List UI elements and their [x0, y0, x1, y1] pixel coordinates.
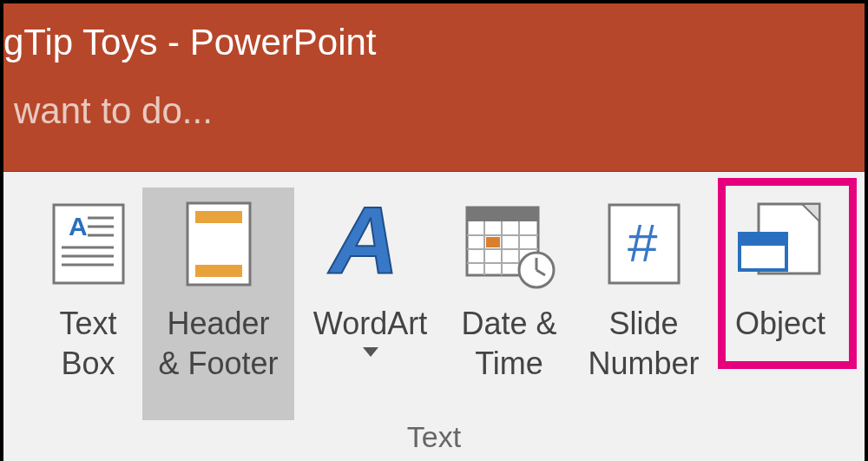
- text-box-label: Text Box: [59, 304, 116, 384]
- text-box-button[interactable]: A Text Box: [34, 188, 142, 420]
- ribbon-text-group: A Text Box: [3, 172, 865, 461]
- svg-rect-9: [195, 211, 242, 223]
- svg-text:#: #: [628, 213, 658, 273]
- object-label: Object: [735, 304, 825, 384]
- header-footer-label: Header & Footer: [158, 304, 278, 384]
- window-frame: gTip Toys - PowerPoint want to do... A: [0, 0, 868, 461]
- wordart-label: WordArt: [313, 304, 427, 357]
- text-box-icon: A: [51, 188, 126, 300]
- ribbon-row: A Text Box: [3, 172, 865, 420]
- wordart-icon: A A: [323, 188, 418, 300]
- date-time-label: Date & Time: [461, 304, 556, 384]
- slide-number-icon: #: [605, 188, 683, 300]
- tell-me-bar[interactable]: want to do...: [3, 82, 865, 172]
- header-footer-button[interactable]: Header & Footer: [142, 188, 294, 420]
- svg-rect-10: [195, 265, 242, 277]
- date-time-button[interactable]: Date & Time: [446, 188, 572, 420]
- tell-me-placeholder: want to do...: [14, 90, 213, 132]
- date-time-icon: [462, 188, 557, 300]
- svg-text:A: A: [327, 196, 398, 292]
- svg-rect-21: [486, 237, 500, 247]
- svg-rect-30: [740, 234, 786, 246]
- object-button[interactable]: Object: [715, 188, 845, 420]
- svg-rect-14: [467, 207, 538, 221]
- wordart-button[interactable]: A A WordArt: [294, 188, 446, 420]
- slide-number-button[interactable]: # Slide Number: [572, 188, 715, 420]
- slide-number-label: Slide Number: [588, 304, 699, 384]
- object-icon: [733, 188, 828, 300]
- dropdown-caret-icon: [363, 347, 378, 357]
- title-bar: gTip Toys - PowerPoint: [3, 3, 865, 82]
- ribbon-group-label: Text: [3, 420, 865, 461]
- header-footer-icon: [185, 188, 253, 300]
- window-title: gTip Toys - PowerPoint: [3, 22, 377, 63]
- svg-text:A: A: [69, 212, 88, 240]
